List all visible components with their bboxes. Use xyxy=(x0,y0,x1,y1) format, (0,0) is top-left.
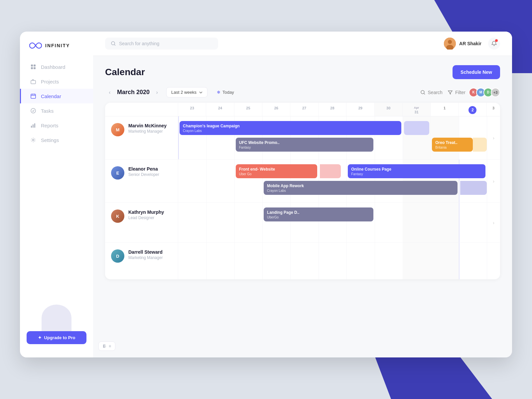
month-navigation: ‹ March 2020 › xyxy=(105,88,162,97)
gl1k xyxy=(206,203,206,242)
event-title: Oreo Treat.. xyxy=(435,140,458,145)
user-info-kathryn: Kathryn Murphy Lead Designer xyxy=(128,209,172,220)
event-landing-page[interactable]: Landing Page D.. UberGo xyxy=(264,207,373,221)
collapse-sidebar-button[interactable]: ≡ xyxy=(98,341,115,351)
sparkle-icon: ✦ xyxy=(38,335,42,340)
event-title: Champion's league Campaign xyxy=(183,124,240,128)
event-mobile-app[interactable]: Mobile App Rework Crayon Labs xyxy=(264,181,458,195)
svg-rect-5 xyxy=(31,94,36,98)
user-darrell: D Darrell Steward Marketing Manager xyxy=(105,243,178,279)
filter-button[interactable]: Filter xyxy=(448,90,466,95)
notification-dot xyxy=(495,39,498,42)
kathryn-events-area: Landing Page D.. UberGo xyxy=(178,203,487,242)
date-range-selector[interactable]: Last 2 weeks xyxy=(166,87,207,97)
today-col-line xyxy=(178,116,179,159)
sidebar-item-projects[interactable]: Projects xyxy=(20,74,93,89)
snowflake-icon: ❄ xyxy=(217,90,220,95)
event-subtitle: Fantasy xyxy=(239,146,370,149)
app-logo: INFINITY xyxy=(20,42,93,60)
upgrade-button[interactable]: ✦ Upgrade to Pro xyxy=(27,331,86,344)
row-marvin-nav[interactable]: › xyxy=(487,116,500,159)
next-month-button[interactable]: › xyxy=(152,88,162,97)
notification-button[interactable] xyxy=(488,38,500,50)
filter-label: Filter xyxy=(455,90,466,95)
gridline-8 xyxy=(403,116,403,159)
row-marvin: M Marvin McKinney Marketing Manager xyxy=(105,116,500,160)
svg-rect-2 xyxy=(31,67,33,69)
marvin-events-area: Champion's league Campaign Crayon Labs U… xyxy=(178,116,487,159)
event-frontend-tail xyxy=(320,164,341,178)
sidebar-item-tasks[interactable]: Tasks xyxy=(20,103,93,118)
calendar-search-button[interactable]: Search xyxy=(421,90,443,95)
month-label: March 2020 xyxy=(117,89,150,96)
chevron-down-icon xyxy=(199,91,202,93)
gl3k xyxy=(262,203,263,242)
event-frontend-website[interactable]: Front end- Website Uber Go xyxy=(236,164,317,178)
row-darrell: D Darrell Steward Marketing Manager xyxy=(105,243,500,279)
event-ufc-website[interactable]: UFC Website Promo.. Fantasy xyxy=(236,138,373,152)
sidebar-item-label: Calendar xyxy=(41,93,61,99)
sidebar-item-calendar[interactable]: Calendar xyxy=(20,89,93,103)
sidebar-item-reports[interactable]: Reports xyxy=(20,118,93,133)
date-col-1: 1 xyxy=(431,103,459,116)
event-mobile-tail xyxy=(460,181,487,195)
cal-toolbar-left: ‹ March 2020 › Last 2 weeks ❄ Today xyxy=(105,87,239,97)
search-bar[interactable]: Search for anything xyxy=(105,38,218,50)
weekend-bg3-30 xyxy=(403,203,431,242)
event-online-courses[interactable]: Online Courses Page Fantasy xyxy=(348,164,485,178)
sidebar-item-label: Settings xyxy=(41,137,59,143)
sidebar-item-label: Reports xyxy=(41,123,59,128)
event-champions-tail xyxy=(404,121,429,135)
user-info-darrell: Darrell Steward Marketing Manager xyxy=(128,249,172,260)
today-label: Today xyxy=(222,90,234,95)
row-eleanor: E Eleanor Pena Senior Developer xyxy=(105,160,500,203)
search-placeholder: Search for anything xyxy=(119,41,159,46)
event-oreo-treat[interactable]: Oreo Treat.. Britania xyxy=(432,138,473,152)
gl7k xyxy=(375,203,375,242)
search-label: Search xyxy=(428,90,443,95)
sidebar-item-label: Tasks xyxy=(41,108,54,114)
schedule-new-button[interactable]: Schedule New xyxy=(453,65,500,79)
collapse-icon xyxy=(103,344,107,348)
sidebar-item-dashboard[interactable]: Dashboard xyxy=(20,60,93,74)
event-subtitle: Britania xyxy=(435,146,469,149)
user-kathryn: K Kathryn Murphy Lead Designer xyxy=(105,203,178,242)
date-col-3: 3 xyxy=(487,103,500,116)
event-subtitle: UberGo xyxy=(267,215,370,219)
user-info-eleanor: Eleanor Pena Senior Developer xyxy=(128,166,172,177)
grid-icon xyxy=(30,64,36,70)
user-avatar-img xyxy=(444,38,456,50)
team-avatars: K M D +3 xyxy=(471,88,500,97)
avatar-eleanor: E xyxy=(111,166,124,180)
filter-icon xyxy=(448,90,453,95)
avatar-marvin: M xyxy=(111,123,124,136)
header-user-col xyxy=(105,103,178,116)
row-darrell-nav xyxy=(487,243,500,279)
collapse-label: ≡ xyxy=(109,344,111,348)
settings-icon xyxy=(30,137,36,143)
row-eleanor-nav[interactable]: › xyxy=(487,160,500,202)
event-champions-league[interactable]: Champion's league Campaign Crayon Labs xyxy=(180,121,401,135)
gridline-9 xyxy=(431,116,431,159)
avatar-darrell: D xyxy=(111,249,124,263)
sidebar-item-settings[interactable]: Settings xyxy=(20,133,93,147)
calendar-grid: 23 24 25 26 27 28 29 30 Apr 31 1 2 xyxy=(105,103,500,279)
row-kathryn: K Kathryn Murphy Lead Designer xyxy=(105,203,500,243)
user-role-marvin: Marketing Manager xyxy=(128,129,172,134)
app-name: INFINITY xyxy=(45,43,70,48)
today-button[interactable]: ❄ Today xyxy=(212,87,239,97)
event-subtitle: Uber Go xyxy=(239,172,314,176)
user-info: AR Shakir xyxy=(444,38,481,50)
event-subtitle: Crayon Labs xyxy=(267,189,454,193)
svg-rect-8 xyxy=(33,124,34,128)
prev-month-button[interactable]: ‹ xyxy=(105,88,114,97)
svg-point-6 xyxy=(31,108,36,113)
user-name-kathryn: Kathryn Murphy xyxy=(128,209,172,215)
svg-point-10 xyxy=(33,139,34,141)
row-kathryn-nav[interactable]: › xyxy=(487,203,500,242)
illus-circle xyxy=(42,305,71,331)
svg-point-13 xyxy=(448,40,452,44)
weekend-bg3-31 xyxy=(431,203,459,242)
date-col-28: 28 xyxy=(319,103,346,116)
user-eleanor: E Eleanor Pena Senior Developer xyxy=(105,160,178,202)
